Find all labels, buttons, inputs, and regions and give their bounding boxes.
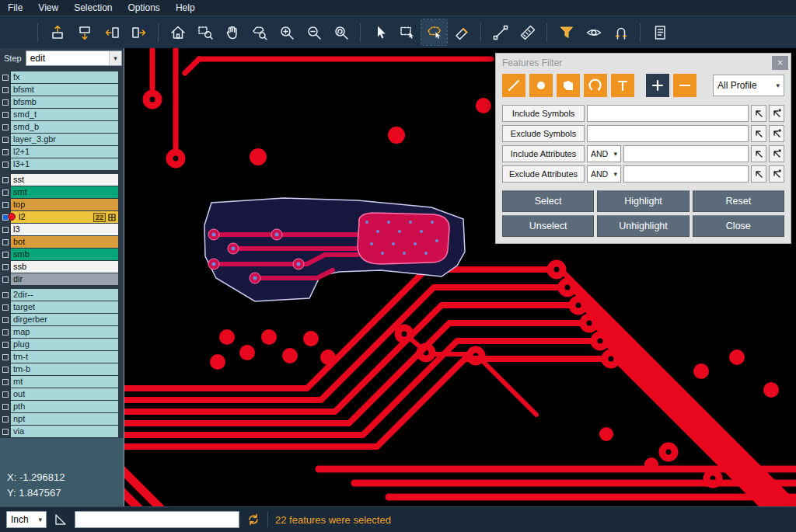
menu-selection[interactable]: Selection bbox=[74, 2, 112, 13]
import-bottom-button[interactable] bbox=[72, 19, 97, 45]
layer-row[interactable]: tm-b bbox=[0, 363, 124, 375]
include-symbols-pick-button[interactable] bbox=[751, 105, 766, 122]
unhighlight-button[interactable]: Unhighlight bbox=[597, 215, 689, 237]
layer-visibility-checkbox[interactable] bbox=[0, 388, 11, 400]
exclude-symbols-pick-button[interactable] bbox=[751, 125, 766, 142]
layer-color-band[interactable]: tm-b bbox=[11, 363, 118, 375]
layer-visibility-checkbox[interactable] bbox=[0, 109, 11, 120]
layer-color-band[interactable]: via bbox=[11, 426, 118, 437]
layer-visibility-checkbox[interactable] bbox=[0, 401, 11, 412]
layer-visibility-checkbox[interactable] bbox=[0, 158, 11, 170]
zoom-in-button[interactable] bbox=[274, 19, 299, 45]
layer-row[interactable]: smd_t bbox=[0, 109, 124, 120]
pointer-select-button[interactable] bbox=[367, 19, 393, 45]
layer-visibility-checkbox[interactable] bbox=[0, 146, 11, 158]
polygon-select-button[interactable] bbox=[421, 19, 447, 45]
layer-row[interactable]: 2dir-- bbox=[0, 289, 124, 301]
layer-row[interactable]: l2+1 bbox=[0, 146, 124, 158]
clip-area-button[interactable] bbox=[449, 19, 474, 45]
include-symbols-button[interactable]: Include Symbols bbox=[502, 105, 585, 122]
layer-visibility-checkbox[interactable] bbox=[0, 289, 11, 301]
layer-row[interactable]: sst bbox=[0, 174, 124, 186]
layer-visibility-checkbox[interactable] bbox=[0, 426, 11, 437]
measure-ruler-button[interactable] bbox=[515, 19, 540, 45]
layer-row[interactable]: mt bbox=[0, 376, 124, 388]
layer-row[interactable]: bot bbox=[0, 236, 124, 248]
layer-visibility-checkbox[interactable] bbox=[0, 224, 11, 235]
layer-color-band[interactable]: l3 bbox=[11, 224, 118, 235]
angle-tool-icon[interactable] bbox=[54, 513, 68, 527]
layer-row[interactable]: npt bbox=[0, 413, 124, 425]
menu-help[interactable]: Help bbox=[176, 2, 195, 13]
menu-options[interactable]: Options bbox=[128, 2, 160, 13]
exclude-symbols-button[interactable]: Exclude Symbols bbox=[502, 125, 585, 142]
layer-color-band[interactable]: smt bbox=[11, 186, 118, 198]
layer-visibility-checkbox[interactable] bbox=[0, 199, 11, 210]
filter-surfaces-button[interactable] bbox=[557, 74, 580, 97]
include-symbols-pick-add-button[interactable] bbox=[769, 105, 784, 122]
layer-row[interactable]: layer_3.gbr bbox=[0, 134, 124, 145]
layer-row[interactable]: smt bbox=[0, 186, 124, 198]
layer-color-band[interactable]: bfsmb bbox=[11, 96, 118, 108]
layer-color-band[interactable]: npt bbox=[11, 413, 118, 425]
layer-row[interactable]: ssb bbox=[0, 261, 124, 273]
layer-color-band[interactable]: ssb bbox=[11, 261, 118, 273]
layer-color-band[interactable]: smd_t bbox=[11, 109, 118, 120]
layer-row[interactable]: target bbox=[0, 301, 124, 313]
dialog-close-button[interactable]: × bbox=[772, 56, 788, 70]
home-view-button[interactable] bbox=[165, 19, 190, 45]
step-dropdown[interactable]: edit ▾ bbox=[26, 50, 122, 66]
features-filter-button[interactable] bbox=[553, 19, 579, 45]
profile-dropdown[interactable]: All Profile ▾ bbox=[713, 75, 784, 96]
layer-visibility-checkbox[interactable] bbox=[0, 134, 11, 145]
zoom-window-button[interactable] bbox=[192, 19, 218, 45]
exclude-attributes-button[interactable]: Exclude Attributes bbox=[502, 165, 585, 183]
select-button[interactable]: Select bbox=[502, 190, 594, 212]
layer-visibility-checkbox[interactable] bbox=[0, 261, 11, 273]
layer-color-band[interactable]: plug bbox=[11, 339, 118, 350]
layer-color-band[interactable]: dir bbox=[11, 273, 118, 285]
zoom-out-button[interactable] bbox=[301, 19, 326, 45]
layer-visibility-checkbox[interactable] bbox=[0, 174, 11, 186]
layer-color-band[interactable]: top bbox=[11, 199, 118, 210]
layer-visibility-checkbox[interactable] bbox=[0, 121, 11, 133]
layer-visibility-checkbox[interactable] bbox=[0, 413, 11, 425]
reset-button[interactable]: Reset bbox=[693, 190, 784, 212]
layer-visibility-checkbox[interactable] bbox=[0, 186, 11, 198]
layer-visibility-checkbox[interactable] bbox=[0, 376, 11, 388]
menu-view[interactable]: View bbox=[38, 2, 58, 13]
layer-color-band[interactable]: bfsmt bbox=[11, 84, 118, 96]
layer-color-band[interactable]: layer_3.gbr bbox=[11, 134, 118, 145]
layer-color-band[interactable]: l3+1 bbox=[11, 158, 118, 170]
layer-color-band[interactable]: out bbox=[11, 388, 118, 400]
layer-color-band[interactable]: sst bbox=[11, 174, 118, 186]
layer-row[interactable]: smb bbox=[0, 249, 124, 260]
filter-pads-button[interactable] bbox=[529, 74, 553, 97]
dialog-titlebar[interactable]: Features Filter × bbox=[496, 54, 791, 72]
layer-color-band[interactable]: tm-t bbox=[11, 351, 118, 363]
unselect-button[interactable]: Unselect bbox=[502, 215, 594, 237]
filter-remove-button[interactable] bbox=[673, 74, 696, 97]
layer-visibility-checkbox[interactable] bbox=[0, 351, 11, 363]
include-symbols-input[interactable] bbox=[587, 105, 749, 122]
layer-row[interactable]: plug bbox=[0, 339, 124, 350]
exclude-attributes-input[interactable] bbox=[623, 165, 749, 183]
layer-visibility-checkbox[interactable] bbox=[0, 363, 11, 375]
layer-color-band[interactable]: dirgerber bbox=[11, 314, 118, 325]
layer-visibility-checkbox[interactable] bbox=[0, 301, 11, 313]
open-file-button[interactable] bbox=[5, 19, 31, 45]
layer-color-band[interactable]: smd_b bbox=[11, 121, 118, 133]
close-dialog-button[interactable]: Close bbox=[693, 215, 784, 237]
import-left-button[interactable] bbox=[99, 19, 124, 45]
include-attributes-operator-dropdown[interactable]: AND▾ bbox=[587, 145, 621, 162]
filter-lines-button[interactable] bbox=[502, 74, 525, 97]
layer-color-band[interactable]: mt bbox=[11, 376, 118, 388]
menu-file[interactable]: File bbox=[8, 2, 23, 13]
layer-color-band[interactable]: pth bbox=[11, 401, 118, 412]
layer-visibility-checkbox[interactable] bbox=[0, 326, 11, 338]
units-dropdown[interactable]: Inch ▾ bbox=[6, 511, 47, 528]
exclude-attributes-pick-button[interactable] bbox=[751, 165, 766, 183]
exclude-attributes-pick-add-button[interactable] bbox=[769, 165, 784, 183]
layer-row[interactable]: l2 22 bbox=[0, 211, 124, 223]
layer-row[interactable]: dirgerber bbox=[0, 314, 124, 325]
